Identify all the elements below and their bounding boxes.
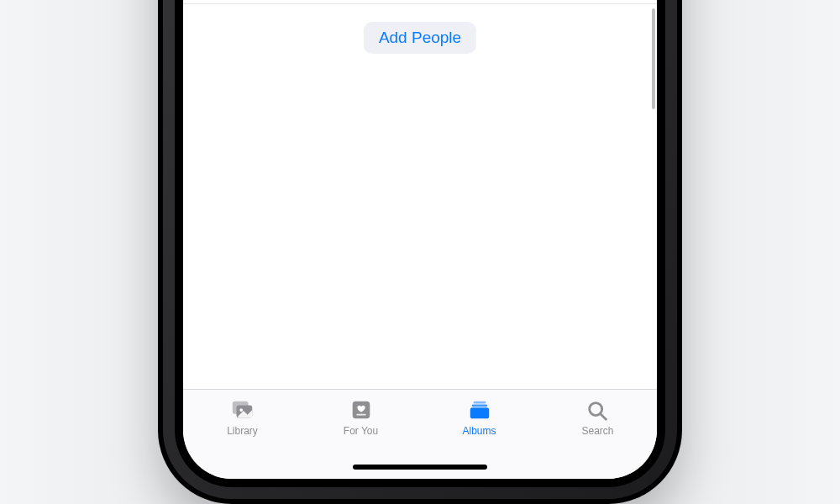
for-you-icon xyxy=(349,398,374,422)
page-fade-right xyxy=(739,0,840,504)
svg-rect-56 xyxy=(470,407,489,418)
tab-for-you[interactable]: For You xyxy=(311,398,412,437)
add-people-button[interactable]: Add People xyxy=(364,22,476,54)
tab-label: Library xyxy=(227,425,258,437)
svg-rect-53 xyxy=(356,414,365,416)
page-fade-left xyxy=(0,0,101,504)
svg-rect-55 xyxy=(471,404,487,407)
search-icon xyxy=(585,398,611,422)
scrollbar-thumb[interactable] xyxy=(652,8,655,109)
svg-point-51 xyxy=(239,408,243,412)
library-icon xyxy=(230,398,255,422)
tab-search[interactable]: Search xyxy=(548,398,648,437)
device-bezel: Piccolo xyxy=(175,0,665,487)
iphone-device-frame: Piccolo xyxy=(158,0,682,504)
tab-label: Albums xyxy=(462,425,496,437)
svg-line-58 xyxy=(600,414,606,420)
device-screen: Piccolo xyxy=(183,0,657,479)
svg-rect-54 xyxy=(473,402,486,404)
section-divider xyxy=(183,3,657,4)
tab-albums[interactable]: Albums xyxy=(429,398,530,437)
tab-label: Search xyxy=(581,425,613,437)
stage: Piccolo xyxy=(0,0,840,504)
tab-label: For You xyxy=(344,425,378,437)
home-indicator[interactable] xyxy=(353,465,487,470)
albums-icon xyxy=(467,398,492,422)
photos-people-pets-screen: Piccolo xyxy=(183,0,657,479)
tab-library[interactable]: Library xyxy=(192,398,293,437)
